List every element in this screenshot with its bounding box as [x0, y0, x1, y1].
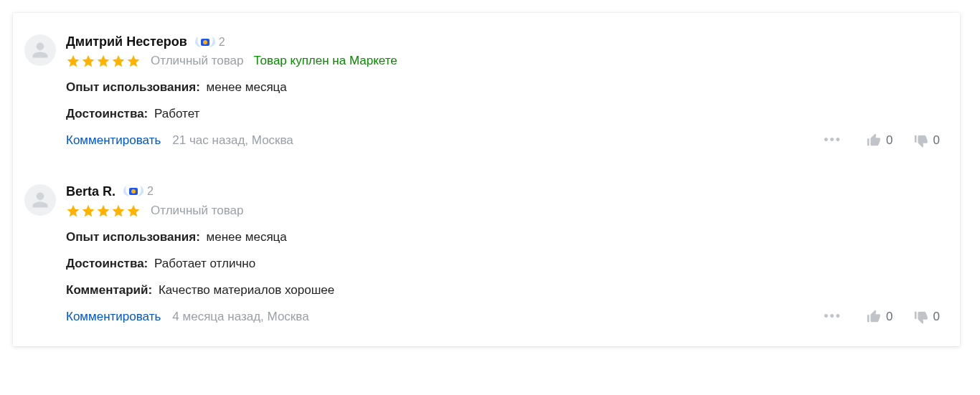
review-header: Дмитрий Нестеров 2	[66, 34, 940, 49]
star-icon	[126, 204, 141, 218]
thumb-up-icon	[866, 133, 882, 148]
experience-value: менее месяца	[207, 230, 287, 244]
stars	[66, 204, 141, 218]
avatar	[24, 34, 56, 66]
comment-value: Качество материалов хорошее	[159, 283, 334, 297]
author-name[interactable]: Дмитрий Нестеров	[66, 34, 187, 49]
star-icon	[96, 204, 110, 218]
thumb-up-icon	[866, 309, 882, 325]
review-footer: Комментировать 21 час назад, Москва ••• …	[66, 133, 940, 148]
laurel-camera-icon	[121, 184, 146, 199]
laurel-camera-icon	[193, 35, 217, 49]
experience-label: Опыт использования:	[66, 80, 200, 94]
dislike-button[interactable]: 0	[913, 309, 940, 325]
timestamp: 21 час назад, Москва	[172, 133, 293, 148]
timestamp: 4 месяца назад, Москва	[172, 310, 308, 324]
thumb-down-icon	[913, 309, 929, 325]
star-icon	[111, 54, 126, 68]
star-icon	[96, 54, 110, 68]
svg-point-1	[203, 40, 207, 44]
pros-label: Достоинства:	[66, 107, 148, 120]
like-button[interactable]: 0	[866, 133, 892, 148]
rating-line: Отличный товар	[66, 204, 940, 218]
comment-row: Комментарий: Качество материалов хорошее	[66, 282, 940, 299]
experience-row: Опыт использования: менее месяца	[66, 80, 940, 96]
pros-label: Достоинства:	[66, 257, 148, 270]
dislike-count: 0	[933, 133, 940, 148]
dislike-button[interactable]: 0	[913, 133, 940, 148]
author-level: 2	[147, 185, 154, 198]
like-count: 0	[886, 310, 892, 324]
star-icon	[66, 204, 80, 218]
rating-text: Отличный товар	[151, 204, 244, 218]
star-icon	[111, 204, 126, 218]
rating-line: Отличный товар Товар куплен на Маркете	[66, 54, 940, 68]
avatar	[24, 184, 56, 216]
review-item: Дмитрий Нестеров 2	[24, 24, 940, 158]
more-menu[interactable]: •••	[819, 133, 846, 148]
star-icon	[66, 54, 80, 68]
star-icon	[126, 54, 141, 68]
star-icon	[81, 54, 95, 68]
review-footer: Комментировать 4 месяца назад, Москва ••…	[66, 309, 940, 325]
author-badge: 2	[193, 35, 225, 49]
comment-link[interactable]: Комментировать	[66, 133, 161, 148]
review-body: Дмитрий Нестеров 2	[66, 34, 940, 148]
review-item: Berta R. 2	[24, 174, 940, 335]
like-count: 0	[886, 133, 892, 148]
reviews-card: Дмитрий Нестеров 2	[13, 13, 960, 346]
pros-value: Работет	[154, 107, 199, 120]
svg-point-3	[131, 189, 136, 194]
review-body: Berta R. 2	[66, 184, 940, 325]
comment-label: Комментарий:	[66, 283, 152, 297]
experience-label: Опыт использования:	[66, 230, 200, 244]
star-icon	[81, 204, 95, 218]
stars	[66, 54, 141, 68]
pros-value: Работает отлично	[154, 257, 255, 270]
more-menu[interactable]: •••	[819, 309, 846, 324]
author-name[interactable]: Berta R.	[66, 184, 116, 199]
pros-row: Достоинства: Работает отлично	[66, 256, 940, 272]
comment-link[interactable]: Комментировать	[66, 310, 161, 324]
author-level: 2	[219, 36, 225, 49]
thumb-down-icon	[913, 133, 929, 148]
dislike-count: 0	[933, 310, 940, 324]
bought-on-market: Товар куплен на Маркете	[254, 54, 397, 68]
rating-text: Отличный товар	[151, 54, 244, 68]
experience-row: Опыт использования: менее месяца	[66, 229, 940, 246]
user-icon	[31, 41, 50, 60]
pros-row: Достоинства: Работет	[66, 106, 940, 123]
review-header: Berta R. 2	[66, 184, 940, 199]
author-badge: 2	[121, 184, 154, 199]
user-icon	[31, 191, 50, 209]
like-button[interactable]: 0	[866, 309, 892, 325]
experience-value: менее месяца	[207, 80, 287, 94]
